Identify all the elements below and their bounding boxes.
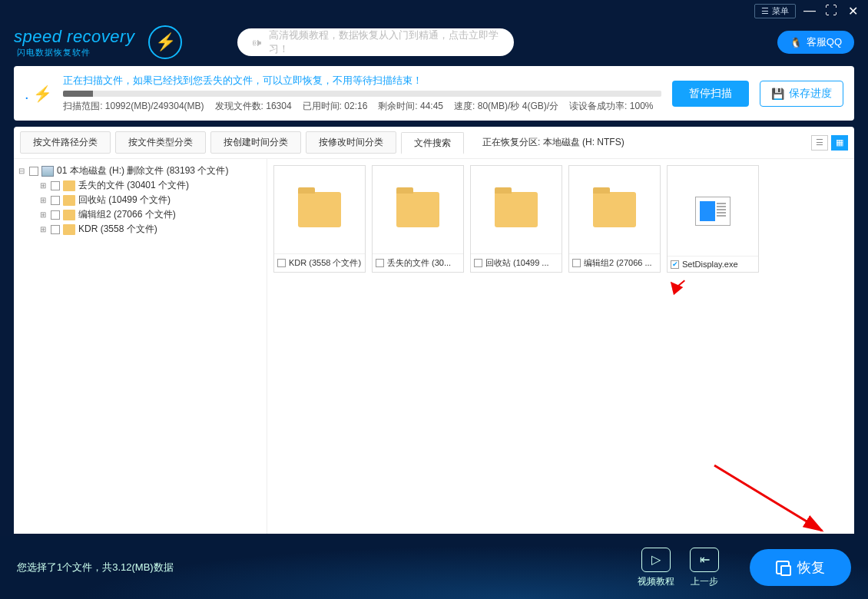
- maximize-button[interactable]: ⛶: [823, 4, 839, 18]
- menu-button[interactable]: ☰ 菜单: [754, 4, 796, 18]
- expand-icon[interactable]: ⊞: [38, 181, 48, 190]
- annotation-arrow-icon: [666, 278, 684, 296]
- checkbox[interactable]: [51, 181, 60, 190]
- speaker-icon: 🕪: [251, 37, 261, 48]
- collapse-icon[interactable]: ⊟: [17, 167, 26, 175]
- checkbox[interactable]: [376, 259, 384, 267]
- tab-by-created[interactable]: 按创建时间分类: [210, 131, 301, 154]
- folder-icon: [495, 192, 538, 227]
- qq-label: 客服QQ: [807, 35, 842, 49]
- folder-icon: [593, 192, 636, 227]
- scan-status-panel: . ⚡ 正在扫描文件，如果已经找到您丢失的文件，可以立即恢复，不用等待扫描结束！…: [14, 66, 854, 121]
- tab-file-search[interactable]: 文件搜索: [401, 132, 464, 154]
- folder-icon: [63, 210, 75, 220]
- save-progress-button[interactable]: 💾 保存进度: [760, 81, 843, 107]
- grid-tile-folder[interactable]: 编辑组2 (27066 ...: [568, 165, 661, 273]
- scan-progress: [63, 91, 661, 97]
- folder-icon: [63, 180, 75, 191]
- close-button[interactable]: ✕: [845, 4, 860, 18]
- selection-summary: 您选择了1个文件，共3.12(MB)数据: [17, 561, 174, 574]
- tree-item[interactable]: ⊞KDR (3558 个文件): [38, 222, 263, 237]
- scan-message: 正在扫描文件，如果已经找到您丢失的文件，可以立即恢复，不用等待扫描结束！: [63, 74, 661, 88]
- checkbox[interactable]: [277, 259, 286, 267]
- grid-tile-folder[interactable]: KDR (3558 个文件): [273, 165, 366, 273]
- tab-by-modified[interactable]: 按修改时间分类: [306, 131, 396, 154]
- minimize-button[interactable]: —: [802, 4, 817, 18]
- logo-main: speed recovery: [14, 27, 134, 47]
- drive-icon: [41, 166, 54, 177]
- app-logo: speed recovery 闪电数据恢复软件: [14, 27, 134, 58]
- logo-bolt-icon: ⚡: [148, 25, 182, 59]
- tutorial-link[interactable]: 🕪 高清视频教程，数据恢复从入门到精通，点击立即学习！: [237, 28, 514, 56]
- checkbox[interactable]: [51, 225, 60, 234]
- pause-scan-button[interactable]: 暂停扫描: [672, 81, 749, 107]
- scan-icon: . ⚡: [25, 84, 52, 103]
- folder-tree: ⊟ 01 本地磁盘 (H:) 删除文件 (83193 个文件) ⊞丢失的文件 (…: [14, 159, 267, 534]
- checkbox[interactable]: [572, 259, 581, 267]
- tree-item[interactable]: ⊞编辑组2 (27066 个文件): [38, 207, 263, 222]
- expand-icon[interactable]: ⊞: [38, 196, 48, 204]
- grid-view-button[interactable]: ▦: [831, 135, 848, 151]
- tree-item[interactable]: ⊞回收站 (10499 个文件): [38, 193, 263, 207]
- back-icon: ⇤: [690, 548, 719, 572]
- recover-button[interactable]: 恢复: [750, 549, 851, 586]
- folder-icon: [396, 192, 439, 227]
- menu-label: 菜单: [772, 5, 789, 17]
- play-icon: ▷: [641, 548, 671, 572]
- tutorial-text: 高清视频教程，数据恢复从入门到精通，点击立即学习！: [269, 28, 500, 56]
- checkbox[interactable]: [29, 167, 38, 176]
- back-button[interactable]: ⇤ 上一步: [690, 548, 719, 588]
- grid-tile-folder[interactable]: 丢失的文件 (30...: [372, 165, 464, 273]
- checkbox[interactable]: [474, 259, 482, 267]
- checkbox[interactable]: [51, 210, 60, 220]
- list-view-button[interactable]: ☰: [811, 135, 828, 151]
- checkbox[interactable]: [51, 196, 60, 205]
- folder-icon: [298, 192, 341, 227]
- expand-icon[interactable]: ⊞: [38, 225, 48, 233]
- folder-icon: [63, 195, 75, 206]
- exe-icon: [695, 197, 731, 226]
- logo-sub: 闪电数据恢复软件: [17, 47, 134, 58]
- folder-icon: [63, 224, 75, 235]
- file-grid: KDR (3558 个文件) 丢失的文件 (30... 回收站 (10499 .…: [267, 159, 854, 534]
- customer-service-button[interactable]: 🐧 客服QQ: [777, 31, 854, 54]
- qq-icon: 🐧: [790, 37, 802, 48]
- tab-by-path[interactable]: 按文件路径分类: [20, 131, 111, 154]
- save-icon: 💾: [771, 88, 784, 100]
- grid-tile-folder[interactable]: 回收站 (10499 ...: [470, 165, 562, 273]
- recover-icon: [776, 561, 790, 574]
- tree-item[interactable]: ⊞丢失的文件 (30401 个文件): [38, 178, 263, 193]
- grid-tile-file[interactable]: ✔SetDisplay.exe: [667, 165, 759, 273]
- partition-label: 正在恢复分区: 本地磁盘 (H: NTFS): [482, 136, 624, 149]
- tab-by-type[interactable]: 按文件类型分类: [115, 131, 206, 154]
- expand-icon[interactable]: ⊞: [38, 210, 48, 219]
- tree-root[interactable]: ⊟ 01 本地磁盘 (H:) 删除文件 (83193 个文件): [17, 164, 263, 178]
- checkbox-checked[interactable]: ✔: [671, 260, 679, 269]
- video-tutorial-button[interactable]: ▷ 视频教程: [638, 548, 674, 588]
